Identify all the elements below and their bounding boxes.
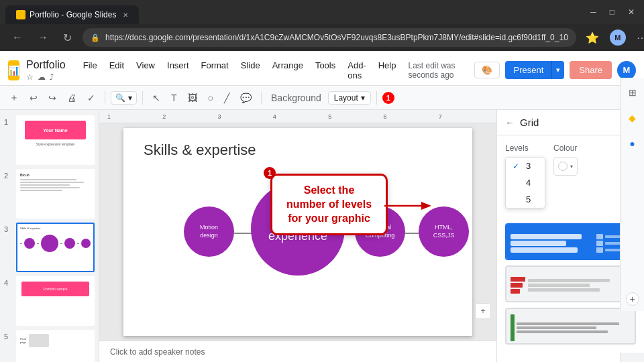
side-icon-bar: ⊞ ◆ ● + (620, 110, 644, 311)
levels-colour-row: Levels ✓ 3 4 (505, 143, 636, 208)
forward-btn[interactable]: → (34, 30, 52, 45)
graphic-opt-green (506, 309, 635, 345)
thumb5-text: Finalpage (20, 337, 26, 344)
speaker-notes[interactable]: Click to add speaker notes (99, 341, 496, 362)
menu-tools[interactable]: Tools (310, 58, 341, 83)
slide-img-1: Your Name Style expression template (17, 117, 93, 164)
slide-title: Skills & expertise (144, 141, 256, 159)
comment-btn[interactable]: 💬 (236, 90, 256, 106)
notes-placeholder: Click to add speaker notes (110, 347, 205, 357)
levels-option-4[interactable]: 4 (506, 174, 545, 191)
profile-btn[interactable]: M (607, 28, 629, 47)
url-text: https://docs.google.com/presentation/d/1… (105, 33, 568, 42)
cursor-btn[interactable]: ↖ (148, 90, 164, 106)
panel-back-btn[interactable]: ← (505, 117, 515, 128)
slide-img-3: Skills & expertise (17, 224, 93, 271)
tab-close-btn[interactable]: ✕ (123, 11, 128, 19)
menu-arrange[interactable]: Arrange (267, 58, 309, 83)
green-line-3 (517, 330, 608, 333)
slide-thumb-5[interactable]: 5 Finalpage (4, 330, 95, 362)
theme-button[interactable]: 🎨 (474, 62, 500, 78)
annotation-arrow-svg (384, 199, 431, 219)
slide-thumb-2[interactable]: 2 Bio.io (4, 169, 95, 219)
menu-file[interactable]: File (78, 58, 103, 83)
side-icon-2[interactable]: ◆ (623, 110, 642, 127)
present-dropdown-btn[interactable]: ▾ (551, 61, 564, 79)
share-icon[interactable]: ⤴ (50, 72, 54, 82)
zoom-icon: 🔍 (115, 93, 125, 103)
back-btn[interactable]: ← (8, 30, 27, 45)
graphic-opt-3[interactable] (505, 308, 636, 345)
blue-bar-2 (511, 241, 566, 246)
side-icon-3[interactable]: ● (623, 134, 642, 153)
slide-panel: 1 Your Name Style expression template 2 … (0, 110, 99, 362)
text-btn[interactable]: T (167, 90, 181, 106)
thumb3-line-r2 (77, 243, 79, 244)
star-icon[interactable]: ☆ (26, 72, 34, 82)
side-icon-plus[interactable]: + (626, 292, 639, 306)
menu-format[interactable]: Format (196, 58, 234, 83)
add-btn[interactable]: ＋ (5, 89, 23, 107)
redo-btn[interactable]: ↪ (44, 90, 60, 106)
extensions-btn[interactable]: ⭐ (583, 30, 602, 46)
red-left (511, 277, 525, 294)
layout-btn[interactable]: Layout ▾ (328, 91, 371, 105)
thumb3-content: Skills & expertise (17, 224, 93, 257)
thumb4-pink: Portfolio sample (21, 282, 89, 296)
print-btn[interactable]: 🖨 (63, 90, 80, 106)
present-button[interactable]: Present (505, 61, 551, 79)
maximize-btn[interactable]: □ (606, 6, 619, 18)
slide-thumb-4[interactable]: 4 Portfolio sample (4, 276, 95, 326)
more-btn[interactable]: ⋯ (634, 30, 644, 46)
red-text-2 (528, 284, 590, 287)
user-avatar[interactable]: M (617, 61, 636, 80)
image-btn[interactable]: 🖼 (184, 90, 201, 106)
slide-number-3: 3 (4, 225, 12, 233)
shape-btn[interactable]: ○ (204, 90, 217, 106)
spellcheck-btn[interactable]: ✓ (83, 90, 99, 106)
levels-dropdown[interactable]: ✓ 3 4 5 (505, 157, 545, 208)
refresh-btn[interactable]: ↻ (59, 30, 76, 46)
slides-top-actions: 🎨 Present ▾ Share M (474, 61, 636, 80)
menu-help[interactable]: Help (373, 58, 402, 83)
thumb3-small-l (24, 238, 35, 249)
levels-option-5[interactable]: 5 (506, 191, 545, 208)
slide-number-5: 5 (4, 333, 12, 341)
toolbar-sep-1 (105, 91, 105, 105)
green-line-2 (517, 326, 596, 329)
zoom-selector[interactable]: 🔍 ▾ (111, 91, 137, 105)
line-btn[interactable]: ╱ (220, 90, 233, 106)
thumb1-name-bar: Your Name (25, 121, 85, 139)
levels-option-3[interactable]: ✓ 3 (506, 158, 545, 174)
slides-logo: 📊 (8, 60, 19, 80)
cloud-icon[interactable]: ☁ (38, 72, 46, 82)
colour-picker[interactable]: ▾ (553, 157, 578, 176)
side-icons (620, 353, 644, 362)
graphic-opt-1[interactable] (505, 223, 636, 260)
thumb2-line-4 (20, 187, 80, 188)
background-btn[interactable]: Background (267, 90, 325, 106)
menu-view[interactable]: View (131, 58, 160, 83)
close-btn[interactable]: ✕ (624, 6, 639, 18)
undo-btn[interactable]: ↩ (25, 90, 42, 106)
menu-addons[interactable]: Add-ons (342, 58, 371, 83)
slide-thumb-3[interactable]: 3 Skills & expertise (4, 223, 95, 272)
active-tab[interactable]: Portfolio - Google Slides ✕ (5, 5, 139, 24)
graphic-opt-blue (506, 225, 635, 260)
thumb2-line-3 (20, 184, 70, 186)
canvas-zoom-in[interactable]: + (475, 303, 491, 319)
motion-design-circle[interactable]: Motiondesign (184, 206, 234, 257)
thumb3-main-circle (41, 235, 58, 252)
thumb3-circles (20, 232, 91, 255)
menu-insert[interactable]: Insert (162, 58, 195, 83)
slide-thumb-1[interactable]: 1 Your Name Style expression template (4, 115, 95, 165)
minimize-btn[interactable]: ─ (586, 6, 600, 18)
canvas-bottom-controls: + (475, 303, 491, 319)
graphic-opt-2[interactable] (505, 265, 636, 302)
menu-slide[interactable]: Slide (235, 58, 266, 83)
levels-label: Levels (505, 143, 545, 153)
address-bar[interactable]: 🔒 https://docs.google.com/presentation/d… (83, 28, 576, 47)
menu-edit[interactable]: Edit (104, 58, 129, 83)
slides-menu: File Edit View Insert Format Slide Arran… (78, 58, 402, 83)
share-button[interactable]: Share (570, 61, 612, 79)
